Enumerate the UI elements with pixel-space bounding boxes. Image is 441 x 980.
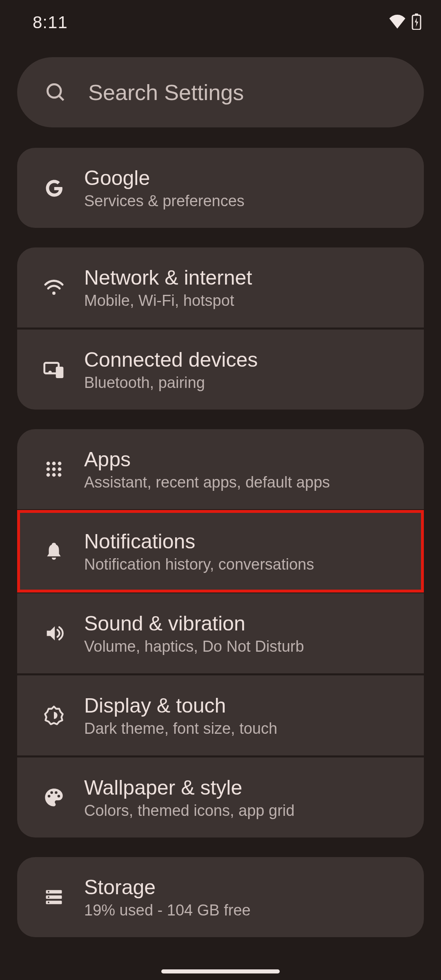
settings-item-connected-devices[interactable]: Connected devicesBluetooth, pairing [17,330,424,410]
svg-point-11 [47,468,50,471]
svg-rect-6 [56,367,64,378]
settings-item-texts: AppsAssistant, recent apps, default apps [84,448,330,491]
devices-icon [38,353,70,386]
settings-item-apps[interactable]: AppsAssistant, recent apps, default apps [17,429,424,509]
svg-point-4 [52,292,56,295]
svg-point-20 [48,891,49,893]
svg-point-10 [58,462,62,466]
svg-point-9 [52,462,56,466]
search-bar[interactable]: Search Settings [17,57,424,127]
settings-item-texts: Display & touchDark theme, font size, to… [84,694,277,737]
settings-item-title: Notifications [84,530,314,553]
svg-point-15 [52,473,56,477]
settings-item-subtitle: Services & preferences [84,192,245,210]
svg-point-2 [48,85,61,98]
nav-handle[interactable] [161,969,280,973]
svg-line-3 [59,96,64,100]
wifi-status-icon [389,15,406,30]
settings-item-texts: GoogleServices & preferences [84,166,245,210]
wifi-icon [38,271,70,304]
settings-item-subtitle: Colors, themed icons, app grid [84,802,294,820]
storage-icon [38,881,70,913]
settings-groups: GoogleServices & preferencesNetwork & in… [0,148,441,937]
status-bar: 8:11 [0,0,441,45]
settings-item-subtitle: Assistant, recent apps, default apps [84,474,330,491]
settings-item-subtitle: Mobile, Wi-Fi, hotspot [84,292,252,310]
settings-item-storage[interactable]: Storage19% used - 104 GB free [17,857,424,937]
settings-group: Network & internetMobile, Wi-Fi, hotspot… [17,247,424,410]
settings-item-texts: Wallpaper & styleColors, themed icons, a… [84,776,294,820]
svg-point-14 [47,473,50,477]
settings-item-title: Connected devices [84,348,258,372]
settings-group: Storage19% used - 104 GB free [17,857,424,937]
svg-point-7 [48,371,51,374]
settings-item-google[interactable]: GoogleServices & preferences [17,148,424,228]
settings-item-title: Sound & vibration [84,612,304,635]
settings-group: AppsAssistant, recent apps, default apps… [17,429,424,837]
settings-item-notifications[interactable]: NotificationsNotification history, conve… [17,511,424,591]
settings-item-title: Apps [84,448,330,471]
settings-item-title: Display & touch [84,694,277,717]
svg-point-16 [58,473,62,477]
status-time: 8:11 [33,13,68,32]
search-icon [39,76,72,109]
google-icon [38,172,70,204]
svg-point-13 [58,468,62,471]
svg-point-8 [47,462,50,466]
svg-rect-1 [415,13,418,16]
battery-charging-icon [412,13,421,31]
settings-item-title: Google [84,166,245,190]
settings-item-subtitle: 19% used - 104 GB free [84,902,251,919]
svg-point-21 [48,896,49,898]
volume-icon [38,617,70,650]
search-placeholder: Search Settings [88,80,244,105]
settings-item-sound-vibration[interactable]: Sound & vibrationVolume, haptics, Do Not… [17,593,424,673]
settings-item-texts: Network & internetMobile, Wi-Fi, hotspot [84,266,252,310]
settings-item-subtitle: Bluetooth, pairing [84,374,258,392]
settings-item-texts: Sound & vibrationVolume, haptics, Do Not… [84,612,304,655]
settings-item-title: Wallpaper & style [84,776,294,800]
brightness-icon [38,699,70,732]
status-icons [389,13,421,31]
apps-icon [38,453,70,486]
settings-group: GoogleServices & preferences [17,148,424,228]
svg-point-22 [48,902,49,903]
settings-item-subtitle: Volume, haptics, Do Not Disturb [84,638,304,655]
settings-item-title: Network & internet [84,266,252,290]
svg-point-12 [52,468,56,471]
settings-item-subtitle: Notification history, conversations [84,556,314,573]
settings-item-wallpaper-style[interactable]: Wallpaper & styleColors, themed icons, a… [17,757,424,837]
settings-item-texts: NotificationsNotification history, conve… [84,530,314,573]
settings-item-title: Storage [84,875,251,899]
settings-item-network-internet[interactable]: Network & internetMobile, Wi-Fi, hotspot [17,247,424,327]
settings-item-display-touch[interactable]: Display & touchDark theme, font size, to… [17,675,424,755]
settings-item-texts: Connected devicesBluetooth, pairing [84,348,258,392]
palette-icon [38,781,70,814]
settings-item-texts: Storage19% used - 104 GB free [84,875,251,919]
settings-item-subtitle: Dark theme, font size, touch [84,720,277,737]
bell-icon [38,535,70,568]
